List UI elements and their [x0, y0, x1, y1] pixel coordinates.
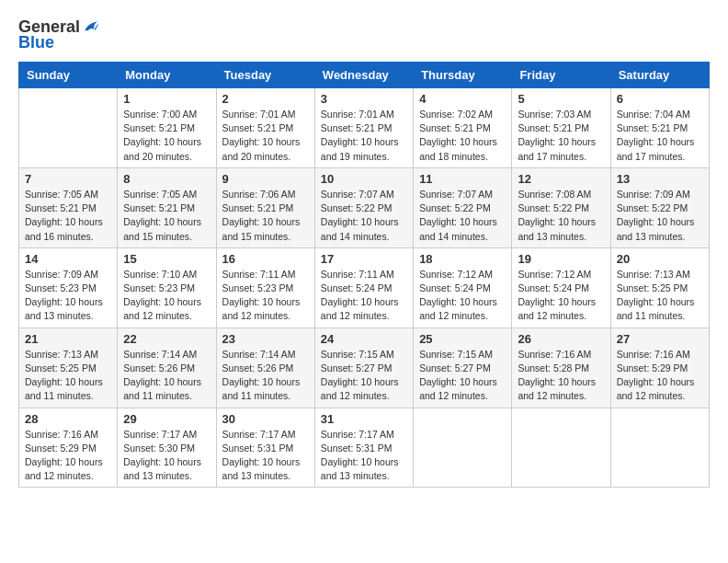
calendar-cell: 3Sunrise: 7:01 AM Sunset: 5:21 PM Daylig… [314, 88, 413, 168]
calendar-cell: 24Sunrise: 7:15 AM Sunset: 5:27 PM Dayli… [314, 327, 413, 408]
day-number: 30 [222, 412, 309, 426]
calendar-cell: 16Sunrise: 7:11 AM Sunset: 5:23 PM Dayli… [216, 247, 314, 327]
day-number: 8 [123, 172, 210, 186]
day-number: 31 [321, 412, 407, 426]
day-info: Sunrise: 7:05 AM Sunset: 5:21 PM Dayligh… [123, 188, 210, 244]
calendar-cell: 18Sunrise: 7:12 AM Sunset: 5:24 PM Dayli… [414, 247, 512, 327]
day-info: Sunrise: 7:16 AM Sunset: 5:28 PM Dayligh… [518, 348, 604, 404]
calendar-cell [414, 408, 512, 488]
weekday-header-thursday: Thursday [414, 63, 512, 88]
day-number: 13 [617, 172, 703, 186]
day-number: 11 [419, 172, 506, 186]
calendar-cell: 17Sunrise: 7:11 AM Sunset: 5:24 PM Dayli… [314, 247, 413, 327]
day-info: Sunrise: 7:09 AM Sunset: 5:22 PM Dayligh… [617, 188, 703, 244]
day-info: Sunrise: 7:11 AM Sunset: 5:23 PM Dayligh… [222, 268, 309, 324]
day-info: Sunrise: 7:06 AM Sunset: 5:21 PM Dayligh… [222, 188, 309, 244]
day-number: 27 [617, 332, 703, 346]
calendar-week-row: 7Sunrise: 7:05 AM Sunset: 5:21 PM Daylig… [19, 167, 710, 247]
weekday-header-monday: Monday [118, 63, 216, 88]
day-number: 14 [25, 252, 111, 266]
day-info: Sunrise: 7:17 AM Sunset: 5:31 PM Dayligh… [222, 428, 309, 484]
day-number: 7 [25, 172, 111, 186]
calendar-cell: 22Sunrise: 7:14 AM Sunset: 5:26 PM Dayli… [118, 327, 216, 408]
day-info: Sunrise: 7:13 AM Sunset: 5:25 PM Dayligh… [25, 348, 111, 404]
day-info: Sunrise: 7:12 AM Sunset: 5:24 PM Dayligh… [419, 268, 506, 324]
day-info: Sunrise: 7:01 AM Sunset: 5:21 PM Dayligh… [222, 108, 309, 164]
page-header: General Blue [18, 18, 710, 52]
calendar-cell: 28Sunrise: 7:16 AM Sunset: 5:29 PM Dayli… [19, 408, 118, 488]
calendar-week-row: 21Sunrise: 7:13 AM Sunset: 5:25 PM Dayli… [19, 327, 710, 408]
calendar-cell [610, 408, 709, 488]
day-number: 2 [222, 92, 309, 106]
logo: General Blue [18, 18, 100, 52]
calendar-week-row: 28Sunrise: 7:16 AM Sunset: 5:29 PM Dayli… [19, 408, 710, 488]
calendar-week-row: 1Sunrise: 7:00 AM Sunset: 5:21 PM Daylig… [19, 88, 710, 168]
calendar-cell: 26Sunrise: 7:16 AM Sunset: 5:28 PM Dayli… [512, 327, 610, 408]
day-info: Sunrise: 7:14 AM Sunset: 5:26 PM Dayligh… [123, 348, 210, 404]
day-info: Sunrise: 7:14 AM Sunset: 5:26 PM Dayligh… [222, 348, 309, 404]
day-info: Sunrise: 7:10 AM Sunset: 5:23 PM Dayligh… [123, 268, 210, 324]
day-info: Sunrise: 7:09 AM Sunset: 5:23 PM Dayligh… [25, 268, 111, 324]
day-info: Sunrise: 7:11 AM Sunset: 5:24 PM Dayligh… [321, 268, 407, 324]
calendar-header-row: SundayMondayTuesdayWednesdayThursdayFrid… [19, 63, 710, 88]
day-info: Sunrise: 7:15 AM Sunset: 5:27 PM Dayligh… [321, 348, 407, 404]
day-number: 15 [123, 252, 210, 266]
calendar-cell: 14Sunrise: 7:09 AM Sunset: 5:23 PM Dayli… [19, 247, 118, 327]
day-info: Sunrise: 7:12 AM Sunset: 5:24 PM Dayligh… [518, 268, 604, 324]
day-number: 1 [123, 92, 210, 106]
day-info: Sunrise: 7:17 AM Sunset: 5:30 PM Dayligh… [123, 428, 210, 484]
day-number: 29 [123, 412, 210, 426]
calendar-cell: 4Sunrise: 7:02 AM Sunset: 5:21 PM Daylig… [414, 88, 512, 168]
calendar-table: SundayMondayTuesdayWednesdayThursdayFrid… [18, 62, 710, 488]
weekday-header-friday: Friday [512, 63, 610, 88]
day-info: Sunrise: 7:15 AM Sunset: 5:27 PM Dayligh… [419, 348, 506, 404]
weekday-header-wednesday: Wednesday [314, 63, 413, 88]
day-info: Sunrise: 7:02 AM Sunset: 5:21 PM Dayligh… [419, 108, 506, 164]
day-info: Sunrise: 7:01 AM Sunset: 5:21 PM Dayligh… [321, 108, 407, 164]
day-number: 19 [518, 252, 604, 266]
calendar-cell: 9Sunrise: 7:06 AM Sunset: 5:21 PM Daylig… [216, 167, 314, 247]
calendar-cell [19, 88, 118, 168]
day-info: Sunrise: 7:05 AM Sunset: 5:21 PM Dayligh… [25, 188, 111, 244]
calendar-cell: 8Sunrise: 7:05 AM Sunset: 5:21 PM Daylig… [118, 167, 216, 247]
day-number: 6 [617, 92, 703, 106]
calendar-cell: 19Sunrise: 7:12 AM Sunset: 5:24 PM Dayli… [512, 247, 610, 327]
calendar-cell: 6Sunrise: 7:04 AM Sunset: 5:21 PM Daylig… [610, 88, 709, 168]
calendar-cell: 31Sunrise: 7:17 AM Sunset: 5:31 PM Dayli… [314, 408, 413, 488]
day-number: 5 [518, 92, 604, 106]
day-number: 28 [25, 412, 111, 426]
day-number: 25 [419, 332, 506, 346]
calendar-cell: 2Sunrise: 7:01 AM Sunset: 5:21 PM Daylig… [216, 88, 314, 168]
calendar-cell [512, 408, 610, 488]
day-number: 21 [25, 332, 111, 346]
calendar-cell: 29Sunrise: 7:17 AM Sunset: 5:30 PM Dayli… [118, 408, 216, 488]
calendar-cell: 21Sunrise: 7:13 AM Sunset: 5:25 PM Dayli… [19, 327, 118, 408]
calendar-cell: 13Sunrise: 7:09 AM Sunset: 5:22 PM Dayli… [610, 167, 709, 247]
day-number: 22 [123, 332, 210, 346]
day-info: Sunrise: 7:03 AM Sunset: 5:21 PM Dayligh… [518, 108, 604, 164]
day-number: 17 [321, 252, 407, 266]
calendar-cell: 1Sunrise: 7:00 AM Sunset: 5:21 PM Daylig… [118, 88, 216, 168]
day-number: 18 [419, 252, 506, 266]
day-number: 16 [222, 252, 309, 266]
day-number: 26 [518, 332, 604, 346]
calendar-cell: 11Sunrise: 7:07 AM Sunset: 5:22 PM Dayli… [414, 167, 512, 247]
weekday-header-sunday: Sunday [19, 63, 118, 88]
day-number: 4 [419, 92, 506, 106]
logo-bird-icon [82, 18, 100, 37]
day-info: Sunrise: 7:16 AM Sunset: 5:29 PM Dayligh… [25, 428, 111, 484]
calendar-cell: 25Sunrise: 7:15 AM Sunset: 5:27 PM Dayli… [414, 327, 512, 408]
calendar-cell: 10Sunrise: 7:07 AM Sunset: 5:22 PM Dayli… [314, 167, 413, 247]
day-info: Sunrise: 7:07 AM Sunset: 5:22 PM Dayligh… [321, 188, 407, 244]
day-number: 10 [321, 172, 407, 186]
calendar-cell: 30Sunrise: 7:17 AM Sunset: 5:31 PM Dayli… [216, 408, 314, 488]
day-number: 23 [222, 332, 309, 346]
calendar-cell: 23Sunrise: 7:14 AM Sunset: 5:26 PM Dayli… [216, 327, 314, 408]
weekday-header-saturday: Saturday [610, 63, 709, 88]
day-info: Sunrise: 7:16 AM Sunset: 5:29 PM Dayligh… [617, 348, 703, 404]
day-number: 9 [222, 172, 309, 186]
calendar-cell: 12Sunrise: 7:08 AM Sunset: 5:22 PM Dayli… [512, 167, 610, 247]
weekday-header-tuesday: Tuesday [216, 63, 314, 88]
day-info: Sunrise: 7:00 AM Sunset: 5:21 PM Dayligh… [123, 108, 210, 164]
calendar-week-row: 14Sunrise: 7:09 AM Sunset: 5:23 PM Dayli… [19, 247, 710, 327]
